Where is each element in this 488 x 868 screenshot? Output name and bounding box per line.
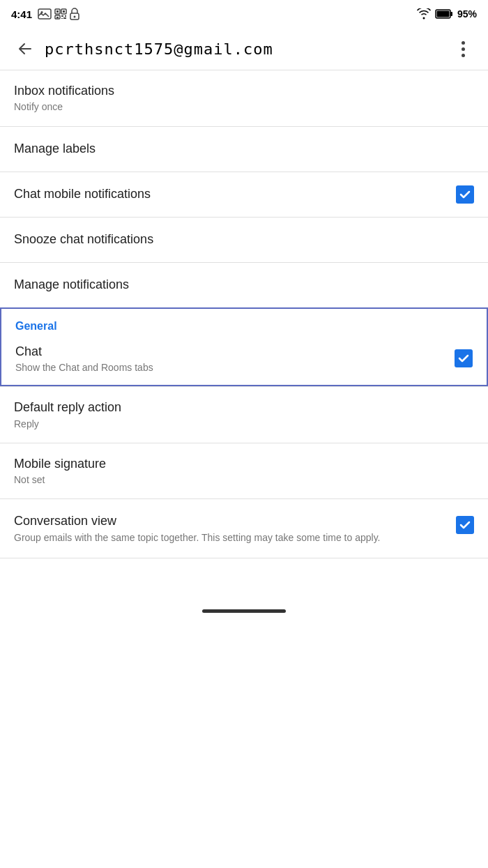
chat-mobile-notifications-checkbox[interactable] bbox=[456, 185, 474, 204]
back-button[interactable] bbox=[11, 35, 39, 63]
status-bar: 4:41 bbox=[0, 0, 488, 28]
default-reply-action-content: Default reply action Reply bbox=[14, 399, 474, 430]
status-right: 95% bbox=[417, 8, 477, 20]
svg-rect-9 bbox=[65, 15, 66, 17]
snooze-chat-notifications-content: Snooze chat notifications bbox=[14, 231, 474, 248]
chat-mobile-notifications-content: Chat mobile notifications bbox=[14, 186, 448, 202]
three-dots-icon bbox=[462, 41, 465, 57]
conversation-view-subtitle: Group emails with the same topic togethe… bbox=[14, 531, 404, 544]
qr-icon-1 bbox=[54, 8, 67, 20]
snooze-chat-notifications-title: Snooze chat notifications bbox=[14, 231, 474, 248]
snooze-chat-notifications-item[interactable]: Snooze chat notifications bbox=[0, 218, 488, 262]
default-reply-action-subtitle: Reply bbox=[14, 418, 474, 430]
status-time: 4:41 bbox=[11, 8, 32, 20]
svg-rect-8 bbox=[61, 15, 63, 17]
conversation-view-title: Conversation view bbox=[14, 513, 448, 529]
conversation-view-item[interactable]: Conversation view Group emails with the … bbox=[0, 499, 488, 558]
general-header: General bbox=[1, 309, 487, 335]
inbox-notifications-content: Inbox notifications Notify once bbox=[14, 83, 474, 114]
svg-rect-10 bbox=[61, 18, 63, 19]
bottom-pill bbox=[202, 609, 286, 613]
chat-mobile-notifications-title: Chat mobile notifications bbox=[14, 186, 448, 202]
chat-general-title: Chat bbox=[15, 344, 446, 360]
chat-general-subtitle: Show the Chat and Rooms tabs bbox=[15, 361, 446, 374]
bottom-bar bbox=[0, 600, 488, 623]
manage-notifications-item[interactable]: Manage notifications bbox=[0, 263, 488, 307]
svg-rect-11 bbox=[63, 17, 66, 19]
lock-icon bbox=[70, 8, 79, 20]
chat-general-item[interactable]: Chat Show the Chat and Rooms tabs bbox=[1, 335, 487, 386]
bottom-filler bbox=[0, 558, 488, 600]
mobile-signature-subtitle: Not set bbox=[14, 473, 474, 486]
general-section: General Chat Show the Chat and Rooms tab… bbox=[0, 307, 488, 387]
svg-point-13 bbox=[74, 16, 76, 18]
svg-rect-7 bbox=[56, 17, 59, 18]
conversation-view-content: Conversation view Group emails with the … bbox=[14, 513, 448, 544]
manage-notifications-content: Manage notifications bbox=[14, 277, 474, 293]
chat-general-checkbox[interactable] bbox=[455, 349, 473, 367]
inbox-notifications-title: Inbox notifications bbox=[14, 83, 474, 99]
chat-general-content: Chat Show the Chat and Rooms tabs bbox=[15, 344, 446, 374]
battery-text: 95% bbox=[457, 8, 477, 20]
mobile-signature-title: Mobile signature bbox=[14, 456, 474, 472]
manage-notifications-title: Manage notifications bbox=[14, 277, 474, 293]
general-label: General bbox=[15, 320, 57, 332]
default-reply-action-title: Default reply action bbox=[14, 399, 474, 416]
more-options-button[interactable] bbox=[449, 35, 477, 63]
svg-rect-3 bbox=[56, 10, 59, 13]
inbox-notifications-item[interactable]: Inbox notifications Notify once bbox=[0, 70, 488, 126]
wifi-icon bbox=[417, 8, 431, 20]
svg-rect-5 bbox=[63, 10, 65, 13]
manage-labels-title: Manage labels bbox=[14, 141, 474, 157]
default-reply-action-item[interactable]: Default reply action Reply bbox=[0, 387, 488, 443]
manage-labels-content: Manage labels bbox=[14, 141, 474, 157]
mobile-signature-content: Mobile signature Not set bbox=[14, 456, 474, 487]
battery-icon bbox=[435, 9, 453, 19]
status-icons bbox=[38, 8, 79, 20]
chat-mobile-notifications-item[interactable]: Chat mobile notifications bbox=[0, 172, 488, 217]
manage-labels-item[interactable]: Manage labels bbox=[0, 127, 488, 172]
account-email: pcrthsnct1575@gmail.com bbox=[45, 40, 449, 58]
svg-rect-15 bbox=[450, 12, 452, 16]
svg-rect-16 bbox=[436, 11, 449, 17]
status-left: 4:41 bbox=[11, 8, 79, 20]
app-bar: pcrthsnct1575@gmail.com bbox=[0, 28, 488, 70]
mobile-signature-item[interactable]: Mobile signature Not set bbox=[0, 443, 488, 499]
image-icon bbox=[38, 8, 52, 20]
inbox-notifications-subtitle: Notify once bbox=[14, 100, 474, 113]
conversation-view-checkbox[interactable] bbox=[456, 516, 474, 534]
